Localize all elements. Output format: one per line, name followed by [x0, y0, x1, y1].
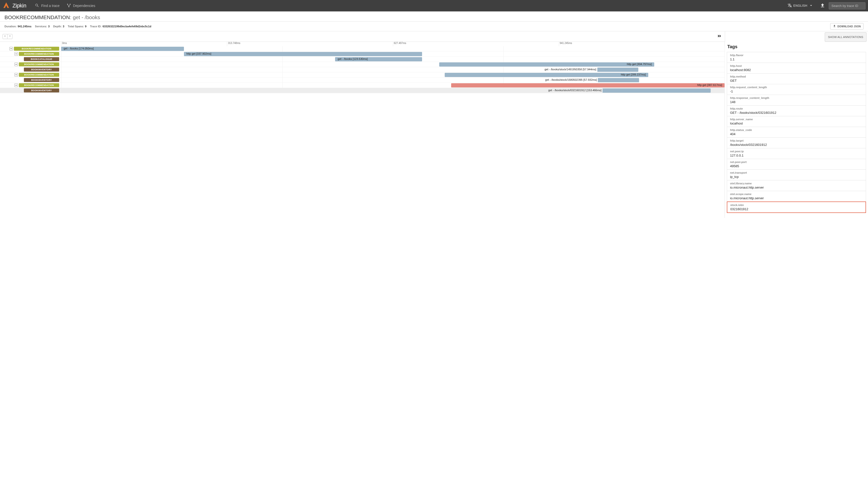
service-badge: BOOKCATALOGUE: [24, 57, 59, 61]
tag-item[interactable]: http.status_code404: [727, 127, 866, 137]
tag-value: localhost:8082: [730, 68, 863, 72]
tag-item[interactable]: http.server_namelocalhost: [727, 116, 866, 127]
span-row[interactable]: BOOKRECOMMENDATIONhttp get [387.617ms]: [0, 83, 724, 88]
span-row[interactable]: BOOKRECOMMENDATIONhttp get [289.237ms]: [0, 72, 724, 77]
span-bar-label: get - /books/stock/1680502395 [57.932ms]: [544, 78, 598, 81]
span-bar-cell: http get [289.237ms]: [61, 72, 724, 77]
tag-key: http.status_code: [730, 128, 863, 131]
zipkin-logo-icon: [2, 2, 10, 10]
tag-value: 1.1: [730, 57, 863, 61]
tag-item[interactable]: http.response_content_length148: [727, 95, 866, 105]
span-tree-cell: BOOKINVENTORY: [0, 68, 61, 71]
tags-title: Tags: [727, 44, 866, 50]
next-span-button[interactable]: [7, 34, 12, 39]
meta-duration-label: Duration:: [4, 25, 17, 28]
span-row[interactable]: BOOKINVENTORYget - /books/stock/14919503…: [0, 67, 724, 72]
tag-value: /books/stock/0321601912: [730, 143, 863, 147]
upload-icon: [820, 5, 825, 9]
tag-key: otel.scope.name: [730, 193, 863, 196]
meta-spans-value: 9: [85, 25, 87, 28]
nav-dependencies[interactable]: Dependencies: [63, 3, 99, 8]
tag-value: ip_tcp: [730, 175, 863, 179]
tag-item[interactable]: http.routeGET - /books/stock/0321601912: [727, 105, 866, 116]
span-bar-label: http get [289.237ms]: [619, 73, 647, 76]
span-row[interactable]: BOOKRECOMMENDATIONhttp get [304.797ms]: [0, 62, 724, 67]
span-row[interactable]: BOOKINVENTORYget - /books/stock/03216019…: [0, 88, 724, 93]
show-all-annotations-button[interactable]: SHOW ALL ANNOTATIONS: [825, 32, 867, 42]
tag-value: io.micronaut.http.server: [730, 186, 863, 189]
tag-item[interactable]: otel.scope.nameio.micronaut.http.server: [727, 191, 866, 201]
dependencies-icon: [67, 3, 71, 8]
span-bar[interactable]: get - /books [174.050ms]: [61, 47, 184, 51]
tag-key: http.request_content_length: [730, 86, 863, 89]
meta-spans-label: Total Spans:: [68, 25, 84, 28]
detail-panel: Tags http.flavor1.1http.hostlocalhost:80…: [725, 42, 868, 218]
title-service: BOOKRECOMMENDATION: [4, 14, 70, 20]
download-json-button[interactable]: DOWNLOAD JSON: [830, 23, 864, 30]
language-label: ENGLISH: [794, 4, 807, 7]
span-tree-cell: BOOKRECOMMENDATION: [0, 52, 61, 56]
span-bar[interactable]: get - /books [123.530ms]: [335, 57, 422, 61]
timeline-tick: 0ms: [61, 42, 227, 46]
timeline-tick: 627.497ms: [393, 42, 559, 46]
span-row[interactable]: BOOKCATALOGUEget - /books [123.530ms]: [0, 57, 724, 62]
tree-toggle[interactable]: [14, 73, 18, 76]
span-bar[interactable]: get - /books/stock/1491950358 [57.944ms]: [597, 68, 638, 72]
span-bar[interactable]: get - /books/stock/1680502395 [57.932ms]: [598, 78, 639, 82]
span-bar-label: get - /books [123.530ms]: [336, 57, 369, 60]
tag-value: GET: [730, 79, 863, 83]
tag-key: otel.library.name: [730, 182, 863, 185]
service-badge: BOOKINVENTORY: [24, 68, 59, 71]
nav-find-trace[interactable]: Find a trace: [31, 3, 63, 8]
logo[interactable]: Zipkin: [2, 2, 26, 10]
title-bar: BOOKRECOMMENDATION: get - /books: [0, 11, 868, 22]
span-tree-cell: BOOKRECOMMENDATION: [0, 73, 61, 77]
brand-text: Zipkin: [12, 2, 26, 9]
span-bar[interactable]: http get [289.237ms]: [445, 73, 648, 77]
span-tree-cell: BOOKCATALOGUE: [0, 57, 61, 61]
span-bar-cell: get - /books/stock/0321601912 [153.466ms…: [61, 88, 724, 93]
tag-item[interactable]: stock.isbn0321601912: [727, 201, 866, 213]
span-row[interactable]: BOOKRECOMMENDATIONget - /books [174.050m…: [0, 46, 724, 52]
tag-item[interactable]: http.hostlocalhost:8082: [727, 63, 866, 73]
tag-item[interactable]: http.target/books/stock/0321601912: [727, 137, 866, 148]
span-bar[interactable]: http get [387.617ms]: [451, 83, 724, 88]
svg-rect-7: [16, 85, 17, 86]
tag-item[interactable]: http.request_content_length-1: [727, 84, 866, 95]
download-icon: [833, 25, 836, 28]
collapse-detail-button[interactable]: [717, 33, 722, 39]
prev-span-button[interactable]: [2, 34, 7, 39]
span-bar-cell: http get [304.797ms]: [61, 62, 724, 67]
tree-toggle[interactable]: [9, 47, 13, 51]
tag-item[interactable]: http.methodGET: [727, 73, 866, 84]
tree-toggle[interactable]: [14, 63, 18, 66]
tag-item[interactable]: net.peer.ip127.0.0.1: [727, 148, 866, 159]
span-tree-cell: BOOKRECOMMENDATION: [0, 47, 61, 51]
tree-toggle[interactable]: [14, 84, 18, 87]
service-badge: BOOKRECOMMENDATION: [19, 52, 59, 56]
trace-meta: Duration: 941.245ms Services: 3 Depth: 3…: [0, 22, 868, 31]
service-badge: BOOKINVENTORY: [24, 89, 59, 92]
tag-value: localhost: [730, 122, 863, 125]
span-bar[interactable]: http get [337.902ms]: [184, 52, 422, 56]
meta-services-label: Services:: [35, 25, 47, 28]
span-bar[interactable]: get - /books/stock/0321601912 [153.466ms…: [602, 89, 711, 93]
language-selector[interactable]: ENGLISH: [784, 3, 816, 8]
span-bar-cell: get - /books [123.530ms]: [61, 57, 724, 62]
nav-deps-label: Dependencies: [73, 4, 95, 8]
tag-item[interactable]: http.flavor1.1: [727, 52, 866, 63]
span-row[interactable]: BOOKRECOMMENDATIONhttp get [337.902ms]: [0, 52, 724, 57]
span-bar-label: http get [304.797ms]: [625, 63, 653, 66]
search-input[interactable]: [829, 2, 866, 9]
span-bar-label: get - /books [174.050ms]: [62, 47, 95, 50]
upload-button[interactable]: [816, 3, 829, 9]
span-row[interactable]: BOOKINVENTORYget - /books/stock/16805023…: [0, 77, 724, 83]
tag-item[interactable]: net.transportip_tcp: [727, 169, 866, 180]
tag-item[interactable]: net.peer.port49585: [727, 159, 866, 169]
topbar: Zipkin Find a trace Dependencies ENGLISH: [0, 0, 868, 11]
svg-point-1: [70, 3, 71, 4]
tag-item[interactable]: otel.library.nameio.micronaut.http.serve…: [727, 180, 866, 191]
tree-toggle[interactable]: [14, 52, 18, 56]
span-bar[interactable]: http get [304.797ms]: [439, 62, 654, 67]
svg-point-2: [68, 6, 69, 7]
